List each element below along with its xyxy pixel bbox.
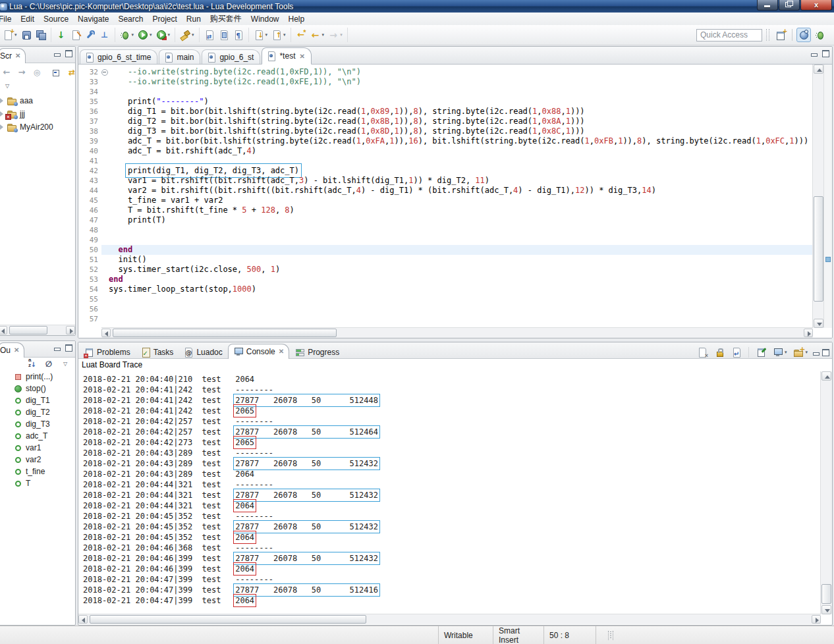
scrollbar-thumb[interactable] xyxy=(9,326,47,335)
code-line-55[interactable]: 55 xyxy=(78,294,813,304)
pin-console-button[interactable] xyxy=(754,345,768,360)
status-bar-grip[interactable] xyxy=(608,631,613,640)
overview-ruler[interactable] xyxy=(823,65,832,328)
fold-collapse-icon[interactable] xyxy=(101,67,109,77)
outline-item-list[interactable]: print(...)stop()dig_T1dig_T2dig_T3adc_Tv… xyxy=(0,371,75,625)
debug-perspective-button[interactable] xyxy=(813,28,827,42)
outline-item-dig-t3[interactable]: dig_T3 xyxy=(0,418,75,430)
maximize-view-icon[interactable] xyxy=(65,50,72,57)
outline-item-adc-t[interactable]: adc_T xyxy=(0,430,75,442)
tab-script-explorer[interactable]: Scr ✕ xyxy=(0,48,26,63)
code-line-53[interactable]: 53end xyxy=(78,275,813,284)
scroll-right-icon[interactable] xyxy=(66,326,75,335)
editor-tab-main[interactable]: main xyxy=(159,49,200,64)
dropdown-arrow-icon[interactable]: ▾ xyxy=(168,32,171,38)
outline-item-print[interactable]: print(...) xyxy=(0,371,75,383)
code-line-50[interactable]: 50 end xyxy=(78,245,813,255)
tab-tasks[interactable]: ✓Tasks xyxy=(136,346,179,358)
doc-para-button[interactable]: ¶ xyxy=(231,28,246,42)
menu-file[interactable]: File xyxy=(0,13,16,25)
code-line-40[interactable]: 40 adc_T = bit.rshift(adc_T,4) xyxy=(78,146,813,156)
close-button[interactable]: x xyxy=(800,0,832,11)
code-line-36[interactable]: 36 dig_T1 = bit.bor(bit.lshift(string.by… xyxy=(78,107,813,117)
code-line-57[interactable]: 57 xyxy=(78,314,813,324)
menu-help[interactable]: Help xyxy=(284,13,310,25)
console-vertical-scrollbar[interactable] xyxy=(820,371,832,614)
doc-sync-button[interactable]: ⇄ xyxy=(202,28,217,42)
doc-view-button[interactable] xyxy=(217,28,231,42)
scroll-left-icon[interactable] xyxy=(78,615,88,624)
menu-search[interactable]: Search xyxy=(113,13,148,25)
dropdown-arrow-icon[interactable]: ▾ xyxy=(322,32,325,38)
scroll-up-icon[interactable] xyxy=(814,65,823,74)
code-line-48[interactable]: 48 xyxy=(78,225,813,235)
code-line-41[interactable]: 41 xyxy=(78,156,813,166)
scroll-down-icon[interactable] xyxy=(821,605,831,614)
scroll-right-icon[interactable] xyxy=(812,615,821,624)
dropdown-arrow-icon[interactable]: ▾ xyxy=(132,32,134,38)
dropdown-arrow-icon[interactable]: ▾ xyxy=(805,350,808,355)
quick-access-input[interactable] xyxy=(696,29,762,41)
hide-locals-button[interactable]: ∅ xyxy=(42,357,56,371)
menu-window[interactable]: Window xyxy=(246,13,284,25)
code-line-52[interactable]: 52 sys.timer_start(i2c.close, 500, 1) xyxy=(78,265,813,275)
connect-button[interactable]: ⊥ xyxy=(97,28,112,42)
console-horizontal-scrollbar[interactable] xyxy=(78,614,821,624)
minimize-view-icon[interactable] xyxy=(812,349,820,356)
code-line-43[interactable]: 43 var1 = bit.rshift((bit.rshift(adc_T,3… xyxy=(78,176,813,186)
code-line-44[interactable]: 44 var2 = bit.rshift((bit.rshift((bit.rs… xyxy=(78,186,813,196)
project-tree[interactable]: aaaxjjjMyAir200 xyxy=(0,90,75,335)
code-line-39[interactable]: 39 adc_T = bit.bor(bit.lshift(string.byt… xyxy=(78,136,813,146)
word-wrap-button[interactable]: ↵ xyxy=(729,345,744,360)
code-line-38[interactable]: 38 dig_T3 = bit.bor(bit.lshift(string.by… xyxy=(78,126,813,136)
minimize-view-icon[interactable] xyxy=(810,50,818,57)
menu-project[interactable]: Project xyxy=(148,13,181,25)
tab-problems[interactable]: Problems xyxy=(79,346,135,358)
close-tab-icon[interactable]: ✕ xyxy=(299,53,304,60)
sort-button[interactable]: ↓ xyxy=(25,357,40,371)
vertical-splitter[interactable] xyxy=(0,336,76,340)
tab-progress[interactable]: Progress xyxy=(290,346,344,358)
nav-forward-button[interactable]: → xyxy=(14,65,29,80)
close-tab-icon[interactable]: ✕ xyxy=(14,347,19,354)
next-annotation-button[interactable]: ↓▾ xyxy=(252,28,270,42)
run-button[interactable]: ▾ xyxy=(136,28,154,42)
code-line-37[interactable]: 37 dig_T2 = bit.bor(bit.lshift(string.by… xyxy=(78,117,813,126)
forward-button[interactable]: →▾ xyxy=(326,28,345,42)
scroll-left-icon[interactable] xyxy=(0,326,7,335)
dropdown-arrow-icon[interactable]: ▾ xyxy=(785,350,787,355)
scrollbar-thumb[interactable] xyxy=(821,584,831,604)
code-line-51[interactable]: 51 init() xyxy=(78,255,813,265)
scroll-right-icon[interactable] xyxy=(804,329,813,337)
restore-button[interactable] xyxy=(779,0,800,11)
dropdown-arrow-icon[interactable]: ▾ xyxy=(340,32,343,38)
clear-console-button[interactable] xyxy=(695,345,709,360)
refresh-button[interactable]: ◎ xyxy=(30,65,44,80)
menu-navigate[interactable]: Navigate xyxy=(73,13,113,25)
dropdown-arrow-icon[interactable]: ▾ xyxy=(192,32,194,38)
scrollbar-thumb[interactable] xyxy=(814,196,823,302)
scrollbar-thumb[interactable] xyxy=(90,615,366,624)
code-line-33[interactable]: 33 --io.write(string.byte(i2c.read(1,0xF… xyxy=(78,77,813,87)
editor-horizontal-scrollbar[interactable] xyxy=(101,327,813,338)
maximize-view-icon[interactable] xyxy=(822,50,829,57)
outline-item-t-fine[interactable]: t_fine xyxy=(0,466,75,477)
outline-item-t[interactable]: T xyxy=(0,477,75,489)
menu-edit[interactable]: Edit xyxy=(16,13,39,25)
save-all-button[interactable] xyxy=(34,28,48,42)
scroll-up-icon[interactable] xyxy=(821,371,831,381)
editor-tab-gpio-6-st-time[interactable]: gpio_6_st_time xyxy=(80,49,157,64)
outline-item-stop[interactable]: stop() xyxy=(0,383,75,394)
dropdown-arrow-icon[interactable]: ▾ xyxy=(150,32,152,38)
run-external-button[interactable]: ▾ xyxy=(154,28,173,42)
tab-luadoc[interactable]: @Luadoc xyxy=(179,346,227,358)
minimize-view-icon[interactable] xyxy=(53,344,61,351)
editor-tab-test[interactable]: *test✕ xyxy=(262,47,311,65)
editor-tab-gpio-6-st[interactable]: gpio_6_st xyxy=(202,49,260,64)
display-console-button[interactable]: ▾ xyxy=(771,345,789,360)
scrollbar-thumb[interactable] xyxy=(113,329,337,337)
expand-arrow-icon[interactable] xyxy=(0,98,3,103)
code-line-56[interactable]: 56 xyxy=(78,304,813,314)
debug-button[interactable]: ▾ xyxy=(118,28,136,42)
code-line-54[interactable]: 54sys.timer_loop_start(stop,1000) xyxy=(78,284,813,294)
